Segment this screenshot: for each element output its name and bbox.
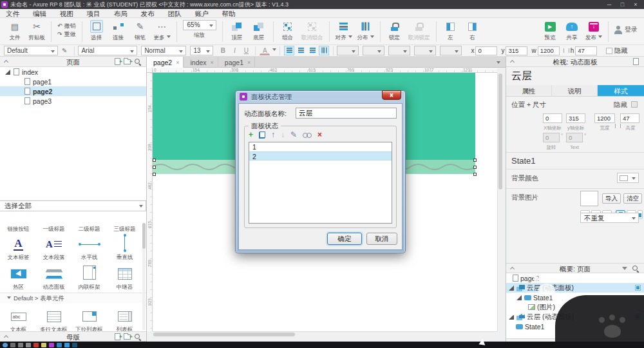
selection-handle[interactable] (153, 173, 156, 176)
undo-button[interactable]: 撤销 (57, 22, 76, 30)
widget-hline[interactable] (71, 235, 107, 254)
share-button[interactable]: 共享 (564, 20, 580, 42)
close-tab-icon[interactable] (176, 57, 179, 68)
search-icon[interactable] (135, 59, 141, 65)
widget-repeater[interactable] (107, 264, 142, 284)
select-mode-button[interactable]: 选择 (88, 20, 105, 42)
delete-state-icon[interactable]: × (317, 131, 322, 139)
menu-project[interactable]: 项目 (81, 9, 106, 18)
y-input[interactable] (506, 46, 527, 55)
h-input[interactable] (575, 46, 597, 55)
align-right-text-button[interactable] (307, 46, 317, 55)
expand-arrow-icon[interactable] (509, 285, 514, 291)
taskbar-app-icon[interactable] (26, 343, 31, 347)
outline-item-page2[interactable]: page2 (506, 273, 644, 283)
taskbar-app-icon[interactable] (57, 343, 62, 347)
add-folder-icon[interactable] (124, 334, 131, 340)
taskbar-app-icon[interactable] (72, 343, 77, 347)
bg-repeat-dropdown[interactable]: 不重复 (580, 213, 639, 223)
widget-listbox[interactable] (107, 307, 142, 326)
page-tree-item-page1[interactable]: page1 (0, 77, 146, 86)
menu-edit[interactable]: 编辑 (27, 9, 52, 18)
canvas-horizontal-scrollbar[interactable] (153, 331, 497, 336)
tab-notes[interactable]: 说明 (552, 85, 598, 97)
selection-handle[interactable] (473, 166, 477, 169)
y-coordinate-input[interactable] (566, 113, 585, 123)
add-state-icon[interactable]: + (249, 131, 253, 139)
state-list-item-selected[interactable]: 2 (249, 151, 392, 160)
import-button[interactable]: 导入 (602, 193, 621, 204)
bg-color-dropdown[interactable] (617, 173, 639, 183)
format-painter-icon[interactable] (62, 47, 67, 54)
windows-taskbar[interactable] (0, 342, 644, 348)
expand-arrow-icon[interactable] (5, 70, 10, 75)
align-center-text-button[interactable] (296, 46, 306, 55)
align-right-button[interactable]: 右 (464, 20, 481, 42)
minimize-button[interactable]: ─ (603, 0, 615, 9)
widget-textbox[interactable]: abc (1, 307, 36, 326)
widget-vline[interactable] (107, 233, 142, 253)
height-input[interactable] (620, 113, 639, 123)
outline-item-cloud-panel[interactable]: 云层 (动态面板) (506, 283, 644, 293)
collapse-panel-icon[interactable] (510, 60, 515, 64)
widget-name-field[interactable]: 云层 (511, 70, 532, 83)
taskbar-app-icon[interactable] (64, 343, 70, 347)
edit-state-icon[interactable] (290, 131, 297, 139)
hide-checkbox[interactable] (606, 48, 612, 54)
page-tree-item-page2[interactable]: page2 (0, 86, 146, 96)
align-left-text-button[interactable] (284, 46, 294, 55)
library-section-forms[interactable]: Default > 表单元件 (0, 293, 146, 303)
search-icon[interactable] (135, 334, 141, 340)
state-list-item[interactable]: 1 (249, 142, 392, 151)
cancel-button[interactable]: 取消 (366, 233, 397, 245)
menu-account[interactable]: 账户 (189, 9, 214, 18)
filter-icon[interactable] (622, 267, 627, 270)
font-family-dropdown[interactable]: Arial (78, 46, 137, 55)
maximize-button[interactable]: □ (616, 0, 628, 9)
align-left-button[interactable]: 左 (442, 20, 459, 42)
widget-droplist[interactable] (71, 307, 107, 326)
notes-doc-icon[interactable] (633, 58, 639, 65)
login-button[interactable]: 登录 (614, 25, 638, 34)
ok-button[interactable]: 确定 (327, 233, 362, 245)
page-tree-item-page3[interactable]: page3 (0, 96, 146, 106)
duplicate-state-icon[interactable] (259, 131, 265, 139)
menu-layout[interactable]: 布局 (108, 9, 133, 18)
close-tab-icon[interactable] (247, 57, 251, 68)
collapse-panel-icon[interactable] (510, 267, 515, 271)
x-coordinate-input[interactable] (543, 113, 562, 123)
group-button[interactable]: 组合 (279, 20, 296, 42)
redo-button[interactable]: 重做 (57, 30, 76, 39)
tab-list-icon[interactable] (497, 61, 500, 66)
collapse-panel-icon[interactable] (4, 335, 8, 340)
widget-paragraph[interactable]: A (36, 235, 71, 254)
zoom-control[interactable]: 65%缩放 (183, 20, 216, 39)
lock-button[interactable]: 锁定 (386, 20, 403, 42)
file-tools-button[interactable]: 文件 (6, 20, 23, 42)
search-icon[interactable] (632, 266, 639, 272)
canvas-vertical-scrollbar[interactable] (497, 73, 502, 331)
widget-multiline[interactable] (36, 307, 71, 326)
pen-tool-button[interactable]: 钢笔 (132, 20, 149, 42)
selection-handle[interactable] (473, 159, 477, 162)
connect-mode-button[interactable]: 连接 (110, 20, 127, 42)
add-folder-icon[interactable] (124, 59, 131, 64)
menu-publish[interactable]: 发布 (135, 9, 160, 18)
widget-dynamic-panel[interactable] (36, 264, 71, 284)
selection-handle[interactable] (473, 173, 477, 176)
preview-button[interactable]: 预览 (542, 20, 558, 42)
add-page-icon[interactable] (115, 58, 120, 65)
tab-page1[interactable]: page1 (218, 57, 255, 68)
x-input[interactable] (475, 46, 497, 55)
view-state-icon[interactable] (303, 133, 312, 137)
library-filter-dropdown[interactable]: 选择全部 (0, 200, 146, 211)
menu-team[interactable]: 团队 (162, 9, 187, 18)
font-color-button[interactable]: A (260, 46, 270, 55)
link-size-icon[interactable] (564, 48, 569, 53)
width-input[interactable] (594, 113, 615, 123)
add-master-icon[interactable] (115, 333, 120, 340)
dialog-close-button[interactable] (382, 90, 401, 100)
taskbar-app-icon[interactable] (41, 343, 46, 347)
chevron-down-icon[interactable] (272, 48, 276, 53)
font-size-dropdown[interactable]: 13 (190, 46, 213, 55)
